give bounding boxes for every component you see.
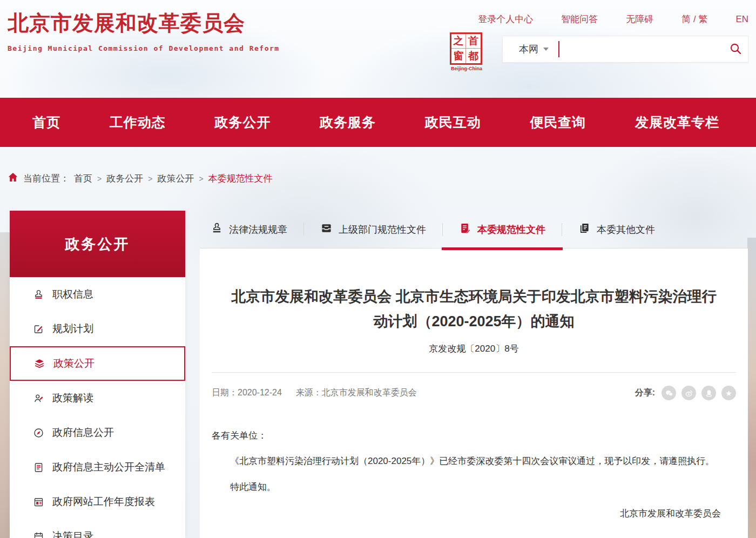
- tab-commission-other-docs[interactable]: 本委其他文件: [578, 222, 655, 237]
- capital-window-seal-logo[interactable]: 之 首 窗 都 Beijing-China: [450, 32, 483, 71]
- breadcrumb: 当前位置： 首页 > 政务公开 > 政策公开 > 本委规范性文件: [8, 172, 273, 185]
- site-title: 北京市发展和改革委员会: [8, 9, 280, 38]
- sidebar-item-label: 政策公开: [53, 357, 94, 371]
- page: 北京市发展和改革委员会 Beijing Municipal Commission…: [0, 0, 756, 538]
- main-navigation: 首页 工作动态 政务公开 政务服务 政民互动 便民查询 发展改革专栏: [0, 98, 756, 147]
- share-label: 分享:: [635, 387, 655, 399]
- sidebar-item-website-annual-report[interactable]: 政府网站工作年度报表: [10, 485, 185, 519]
- sidebar-item-label: 职权信息: [52, 287, 93, 301]
- document-pen-icon: [459, 222, 471, 237]
- breadcrumb-separator: >: [199, 174, 203, 183]
- breadcrumb-gov-disclosure[interactable]: 政务公开: [106, 172, 143, 185]
- seal-char: 都: [466, 49, 481, 63]
- tab-laws-regulations[interactable]: 法律法规规章: [211, 222, 287, 237]
- person-interpret-icon: [32, 392, 44, 404]
- tab-divider: [303, 223, 304, 236]
- sidebar-item-label: 规划计划: [52, 322, 93, 336]
- sidebar-item-gov-info-disclosure[interactable]: 政府信息公开: [10, 415, 185, 450]
- search-button[interactable]: [723, 36, 748, 62]
- nav-item-home[interactable]: 首页: [32, 113, 60, 131]
- tab-label: 本委其他文件: [597, 223, 655, 236]
- simplified-traditional-toggle[interactable]: 简 / 繁: [681, 13, 707, 25]
- weibo-share-icon[interactable]: [681, 386, 696, 400]
- layers-icon: [33, 358, 45, 369]
- search-scope-dropdown[interactable]: 本网: [503, 43, 549, 56]
- article-title: 北京市发展和改革委员会 北京市生态环境局关于印发北京市塑料污染治理行动计划（20…: [226, 248, 723, 334]
- search-bar: 本网: [502, 36, 748, 63]
- article-date: 日期：2020-12-24: [212, 387, 282, 399]
- breadcrumb-home[interactable]: 首页: [74, 172, 92, 185]
- law-stamp-icon: [211, 222, 223, 237]
- nav-item-reform-column[interactable]: 发展改革专栏: [635, 113, 719, 131]
- article-body: 各有关单位： 《北京市塑料污染治理行动计划（2020-2025年）》已经市委深改…: [212, 424, 736, 525]
- sidebar-item-policy-disclosure-active[interactable]: 政策公开: [10, 346, 185, 381]
- seal-grid: 之 首 窗 都: [450, 32, 482, 65]
- nav-item-public-interaction[interactable]: 政民互动: [425, 113, 481, 131]
- horizontal-divider: [212, 372, 736, 373]
- report-table-icon: [32, 496, 44, 508]
- seal-char: 窗: [451, 49, 466, 63]
- documents-copy-icon: [578, 222, 591, 237]
- site-logo[interactable]: 北京市发展和改革委员会 Beijing Municipal Commission…: [8, 9, 280, 52]
- english-version-link[interactable]: EN: [735, 14, 748, 25]
- favorite-star-icon[interactable]: ★: [721, 386, 736, 400]
- seal-char: 首: [466, 34, 481, 49]
- sidebar-item-label: 政府信息主动公开全清单: [52, 460, 165, 474]
- tab-label: 本委规范性文件: [477, 223, 545, 236]
- sidebar-item-label: 政府网站工作年度报表: [52, 495, 155, 509]
- left-watercolor-art: [0, 232, 11, 538]
- sidebar-item-planning[interactable]: 规划计划: [10, 312, 185, 346]
- tab-superior-normative-docs[interactable]: 上级部门规范性文件: [320, 222, 426, 237]
- signature: 北京市发展和改革委员会: [212, 502, 736, 525]
- wechat-share-icon[interactable]: [662, 386, 676, 400]
- tab-label: 法律法规规章: [229, 223, 287, 236]
- article-meta-row: 日期：2020-12-24 来源：北京市发展和改革委员会 分享:: [212, 386, 736, 400]
- sidebar-item-label: 政府信息公开: [52, 426, 114, 440]
- calendar-icon: [32, 530, 44, 538]
- article-card: 北京市发展和改革委员会 北京市生态环境局关于印发北京市塑料污染治理行动计划（20…: [200, 248, 748, 538]
- tab-divider: [442, 223, 443, 236]
- sidebar-item-label: 决策目录: [52, 529, 93, 538]
- qq-share-icon[interactable]: [701, 386, 716, 400]
- home-icon: [8, 172, 18, 185]
- salutation: 各有关单位：: [212, 424, 736, 447]
- document-category-tabs: 法律法规规章 上级部门规范性文件 本委规范性文件: [200, 211, 748, 248]
- nav-item-gov-services[interactable]: 政务服务: [320, 113, 376, 131]
- share-bar: 分享: ★: [635, 386, 736, 400]
- breadcrumb-policy-disclosure[interactable]: 政策公开: [157, 172, 194, 185]
- nav-item-gov-disclosure[interactable]: 政务公开: [214, 113, 271, 131]
- tab-divider: [562, 223, 562, 236]
- article-meta-info: 日期：2020-12-24 来源：北京市发展和改革委员会: [212, 387, 417, 399]
- nav-item-work-updates[interactable]: 工作动态: [110, 113, 166, 131]
- sidebar: 政务公开 职权信息 规划计划 政策公开 政策解读: [10, 211, 185, 538]
- sidebar-item-decision-catalog-partial[interactable]: 决策目录: [10, 519, 185, 538]
- site-subtitle-english: Beijing Municipal Commission of Developm…: [8, 44, 280, 52]
- tab-commission-normative-docs-active[interactable]: 本委规范性文件: [459, 222, 545, 237]
- sidebar-item-authority-info[interactable]: 职权信息: [10, 277, 185, 312]
- article-paragraph: 《北京市塑料污染治理行动计划（2020-2025年）》已经市委深改委第十四次会议…: [212, 449, 736, 473]
- right-watercolor-art: [747, 238, 756, 538]
- breadcrumb-current-normative-docs: 本委规范性文件: [208, 172, 273, 185]
- sidebar-item-proactive-disclosure-list[interactable]: 政府信息主动公开全清单: [10, 450, 185, 485]
- login-personal-center-link[interactable]: 登录个人中心: [478, 13, 533, 25]
- search-input[interactable]: [559, 36, 723, 62]
- article-source: 来源：北京市发展和改革委员会: [296, 387, 417, 399]
- search-scope-label: 本网: [519, 43, 538, 56]
- seal-char: 之: [451, 34, 466, 49]
- search-icon: [729, 42, 742, 57]
- document-number: 京发改规〔2020〕8号: [212, 342, 736, 355]
- sidebar-item-policy-interpretation[interactable]: 政策解读: [10, 381, 185, 415]
- plan-edit-icon: [32, 323, 44, 335]
- nav-item-convenient-inquiry[interactable]: 便民查询: [530, 113, 586, 131]
- breadcrumb-label: 当前位置：: [23, 172, 69, 185]
- breadcrumb-separator: >: [148, 174, 152, 183]
- site-header: 北京市发展和改革委员会 Beijing Municipal Commission…: [0, 0, 756, 98]
- sidebar-header: 政务公开: [10, 211, 185, 277]
- sidebar-item-label: 政策解读: [52, 391, 93, 405]
- accessibility-link[interactable]: 无障碍: [626, 13, 653, 25]
- chevron-down-icon: [543, 48, 549, 51]
- utility-links: 登录个人中心 智能问答 无障碍 简 / 繁 EN: [478, 13, 748, 25]
- smart-qa-link[interactable]: 智能问答: [561, 13, 598, 25]
- tab-label: 上级部门规范性文件: [339, 223, 426, 236]
- stamp-icon: [32, 288, 44, 300]
